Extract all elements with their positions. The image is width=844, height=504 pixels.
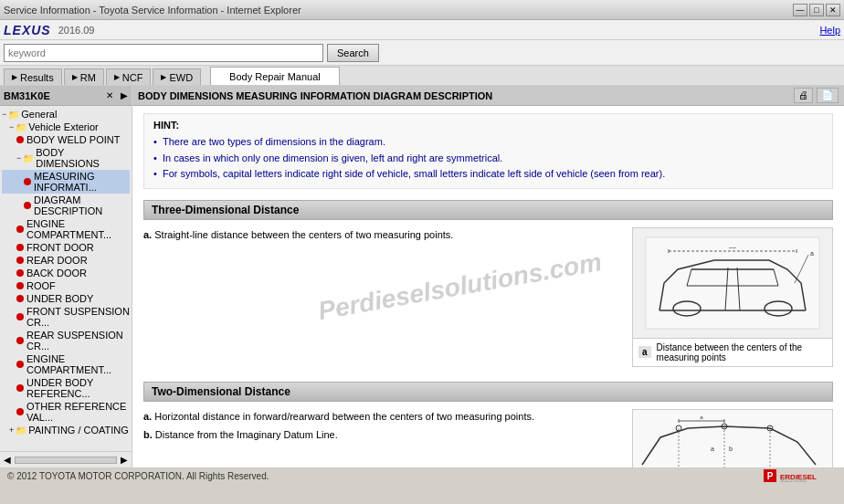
hint-box: HINT: There are two types of dimensions …	[143, 113, 833, 189]
scroll-left-button[interactable]: ◀	[4, 455, 11, 465]
tree-label: DIAGRAM DESCRIPTION	[34, 194, 130, 216]
two-dim-item-b: b. Distance from the Imaginary Datum Lin…	[143, 427, 623, 443]
two-dim-diagram: a b a	[632, 409, 833, 467]
tab-body-repair-manual[interactable]: Body Repair Manual	[210, 67, 340, 85]
three-dim-diagram: — a a Distance between the centers of th…	[632, 227, 833, 367]
title-bar: Service Information - Toyota Service Inf…	[0, 0, 844, 20]
red-dot-icon	[16, 313, 24, 320]
expand-icon: −	[16, 153, 21, 163]
caption-label-a: a	[638, 346, 651, 358]
red-dot-icon	[16, 226, 24, 233]
tree-item-back-door[interactable]: BACK DOOR	[2, 267, 130, 279]
folder-icon: 📁	[16, 425, 26, 436]
three-dim-item-a: a. Straight-line distance between the ce…	[143, 227, 623, 243]
two-dim-item-a: a. Horizontal distance in forward/rearwa…	[143, 409, 623, 425]
red-dot-icon	[16, 282, 24, 289]
text-b: Distance from the Imaginary Datum Line.	[155, 429, 338, 440]
tree-item-rear-suspension[interactable]: REAR SUSPENSION CR...	[2, 329, 130, 352]
tree-label: Vehicle Exterior	[28, 121, 98, 132]
help-link[interactable]: Help	[819, 25, 840, 36]
tab-results[interactable]: ▶Results	[4, 68, 62, 85]
red-dot-icon	[24, 178, 31, 185]
hint-title: HINT:	[153, 120, 823, 131]
tree-label: UNDER BODY	[26, 293, 93, 304]
nav-forward-button[interactable]: ▶	[121, 90, 128, 100]
tree-label: REAR DOOR	[26, 255, 88, 266]
tab-rm[interactable]: ▶RM	[64, 68, 104, 85]
tree-item-roof[interactable]: ROOF	[2, 279, 130, 292]
expand-icon: −	[9, 122, 14, 131]
tree-item-measuring-information[interactable]: MEASURING INFORMATI...	[2, 170, 130, 194]
red-dot-icon	[24, 202, 31, 209]
view-button[interactable]: 📄	[817, 88, 839, 103]
red-dot-icon	[16, 295, 24, 302]
two-dim-diagram-svg: a b a	[633, 410, 832, 467]
content-area[interactable]: Perdieselsolutions.com HINT: There are t…	[132, 106, 844, 467]
three-dim-section: Three-Dimensional Distance a. Straight-l…	[143, 200, 833, 367]
tree-label: ENGINE COMPARTMENT...	[26, 353, 130, 375]
label-b: b.	[143, 429, 153, 440]
tree-item-front-door[interactable]: FRONT DOOR	[2, 241, 130, 254]
tree-item-under-body[interactable]: UNDER BODY	[2, 292, 130, 305]
tree-item-front-suspension[interactable]: FRONT SUSPENSION CR...	[2, 305, 130, 329]
tree-label: BODY DIMENSIONS	[36, 147, 130, 169]
scroll-bar[interactable]	[15, 457, 117, 464]
tree-item-other-reference[interactable]: OTHER REFERENCE VAL...	[2, 400, 130, 424]
three-dim-caption: a Distance between the centers of the me…	[633, 338, 832, 366]
tree-item-under-body-reference[interactable]: UNDER BODY REFERENC...	[2, 376, 130, 400]
expand-icon: +	[9, 425, 14, 435]
tree-item-engine-compartment-1[interactable]: ENGINE COMPARTMENT...	[2, 217, 130, 241]
minimize-button[interactable]: —	[793, 4, 807, 16]
tree-item-rear-door[interactable]: REAR DOOR	[2, 254, 130, 267]
tree-label: FRONT DOOR	[26, 242, 94, 253]
folder-icon: 📁	[16, 122, 26, 132]
status-logo: P ERDIESEL SOLUTIONS	[764, 468, 837, 483]
close-button[interactable]: ✕	[826, 4, 840, 16]
tree-item-diagram-description[interactable]: DIAGRAM DESCRIPTION	[2, 194, 130, 217]
right-panel-sub-nav: BODY DIMENSIONS MEASURING INFORMATION DI…	[132, 86, 844, 106]
three-dim-text: a. Straight-line distance between the ce…	[143, 227, 623, 367]
tree-item-body-dimensions[interactable]: − 📁 BODY DIMENSIONS	[2, 146, 130, 170]
text-a: Straight-line distance between the cente…	[154, 229, 453, 240]
print-button[interactable]: 🖨	[794, 88, 813, 103]
tree-label: General	[21, 109, 57, 120]
tree-label: ROOF	[26, 280, 56, 291]
tree-item-painting-coating[interactable]: + 📁 PAINTING / COATING	[2, 424, 130, 436]
tree-area: − 📁 General − 📁 Vehicle Exterior BODY WE…	[0, 106, 132, 451]
red-dot-icon	[16, 257, 24, 264]
two-dim-content-row: a. Horizontal distance in forward/rearwa…	[143, 409, 833, 467]
svg-text:b: b	[729, 446, 733, 452]
tree-label: BACK DOOR	[26, 268, 87, 278]
tree-label: FRONT SUSPENSION CR...	[26, 306, 130, 328]
version-label: 2016.09	[58, 25, 95, 36]
close-doc-button[interactable]: ✕	[106, 90, 113, 100]
folder-icon: 📁	[23, 153, 34, 163]
perdiesel-logo-svg: P ERDIESEL SOLUTIONS	[764, 468, 837, 483]
two-dim-section: Two-Dimensional Distance a. Horizontal d…	[143, 382, 833, 467]
search-input[interactable]	[4, 44, 323, 62]
three-dim-diagram-img: — a	[633, 228, 832, 338]
three-dim-content-row: a. Straight-line distance between the ce…	[143, 227, 833, 367]
tab-ewd[interactable]: ▶EWD	[153, 68, 201, 85]
tree-label: BODY WELD POINT	[26, 134, 120, 145]
hint-item-1: There are two types of dimensions in the…	[153, 134, 823, 151]
window-title: Service Information - Toyota Service Inf…	[4, 5, 301, 16]
tree-item-body-weld-point[interactable]: BODY WELD POINT	[2, 133, 130, 146]
copyright-text: © 2012 TOYOTA MOTOR CORPORATION. All Rig…	[7, 471, 269, 481]
two-dim-text: a. Horizontal distance in forward/rearwa…	[143, 409, 623, 467]
red-dot-icon	[16, 269, 24, 277]
tab-ncf[interactable]: ▶NCF	[106, 68, 152, 85]
nav-tabs: ▶Results ▶RM ▶NCF ▶EWD Body Repair Manua…	[0, 66, 844, 86]
tree-label: MEASURING INFORMATI...	[34, 171, 130, 193]
scroll-right-button[interactable]: ▶	[121, 455, 128, 465]
hint-item-2: In cases in which only one dimension is …	[153, 151, 823, 167]
tree-item-vehicle-exterior[interactable]: − 📁 Vehicle Exterior	[2, 121, 130, 133]
right-panel: BODY DIMENSIONS MEASURING INFORMATION DI…	[132, 86, 844, 467]
content-header: BODY DIMENSIONS MEASURING INFORMATION DI…	[138, 90, 492, 101]
label-a: a.	[143, 229, 152, 240]
left-panel: BM31K0E ✕ ▶ − 📁 General − 📁 Vehicle Exte…	[0, 86, 132, 467]
tree-item-engine-compartment-2[interactable]: ENGINE COMPARTMENT...	[2, 352, 130, 376]
tree-item-general[interactable]: − 📁 General	[2, 108, 130, 121]
maximize-button[interactable]: □	[809, 4, 824, 16]
search-button[interactable]: Search	[327, 44, 379, 62]
